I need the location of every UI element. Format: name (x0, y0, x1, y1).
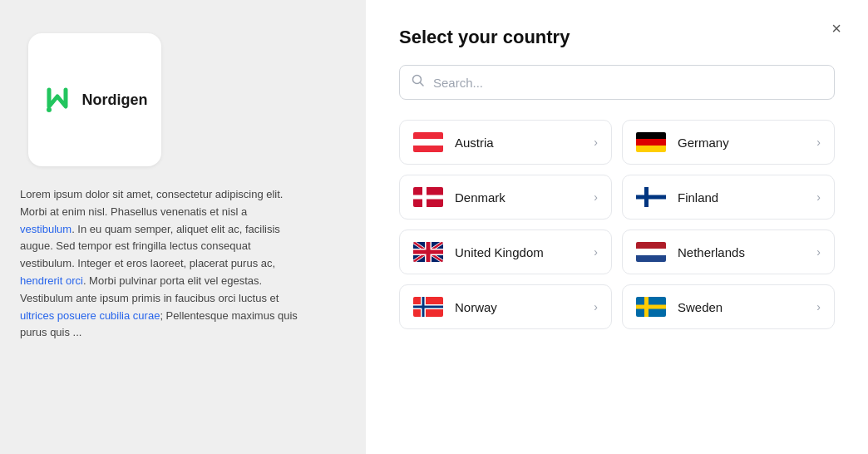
svg-rect-8 (636, 146, 666, 152)
chevron-right-icon: › (594, 245, 598, 259)
chevron-right-icon: › (816, 300, 821, 313)
svg-rect-24 (636, 242, 666, 249)
svg-rect-3 (413, 132, 443, 139)
country-item-norway[interactable]: Norway › (399, 284, 612, 329)
svg-rect-31 (413, 306, 443, 308)
close-button[interactable]: × (825, 17, 848, 40)
svg-point-0 (47, 107, 52, 112)
search-icon (412, 74, 425, 91)
country-name-sweden: Sweden (678, 300, 805, 314)
svg-line-2 (421, 83, 424, 86)
lorem-link-1[interactable]: vestibulum (20, 223, 72, 235)
country-name-netherlands: Netherlands (678, 245, 805, 259)
svg-rect-6 (636, 132, 666, 139)
panel-title: Select your country (399, 27, 835, 48)
svg-rect-14 (636, 195, 666, 200)
country-name-finland: Finland (678, 190, 805, 205)
search-box (399, 65, 835, 100)
svg-rect-4 (413, 139, 443, 146)
chevron-right-icon: › (816, 136, 821, 149)
country-name-denmark: Denmark (455, 190, 582, 205)
flag-denmark (413, 187, 443, 207)
logo-card: Nordigen (28, 33, 161, 166)
chevron-right-icon: › (594, 136, 598, 149)
country-item-germany[interactable]: Germany › (622, 120, 835, 165)
flag-united-kingdom (413, 242, 443, 262)
svg-rect-26 (636, 255, 666, 262)
svg-rect-34 (636, 305, 666, 309)
flag-austria (413, 132, 443, 152)
flag-finland (636, 187, 666, 207)
chevron-right-icon: › (594, 190, 598, 204)
flag-netherlands (636, 242, 666, 262)
search-input[interactable] (433, 76, 822, 90)
country-item-sweden[interactable]: Sweden › (622, 284, 835, 329)
country-item-united-kingdom[interactable]: United Kingdom › (399, 229, 612, 274)
right-panel: × Select your country Austria › Germany … (366, 0, 868, 454)
svg-rect-25 (636, 249, 666, 255)
svg-rect-5 (413, 146, 443, 152)
country-item-netherlands[interactable]: Netherlands › (622, 229, 835, 274)
left-panel: Nordigen Lorem ipsum dolor sit amet, con… (0, 0, 366, 454)
country-name-united-kingdom: United Kingdom (455, 245, 582, 259)
lorem-link-3[interactable]: ultrices posuere cubilia curae (20, 309, 160, 322)
country-name-norway: Norway (455, 300, 582, 314)
svg-rect-7 (636, 139, 666, 146)
country-item-austria[interactable]: Austria › (399, 120, 612, 165)
country-name-germany: Germany (678, 136, 805, 150)
chevron-right-icon: › (816, 245, 821, 259)
lorem-link-2[interactable]: hendrerit orci (20, 274, 83, 287)
flag-norway (413, 297, 443, 317)
svg-rect-23 (413, 250, 443, 254)
flag-sweden (636, 297, 666, 317)
lorem-paragraph: Lorem ipsum dolor sit amet, consectetur … (20, 186, 303, 342)
country-item-denmark[interactable]: Denmark › (399, 175, 612, 220)
flag-germany (636, 132, 666, 152)
country-name-austria: Austria (455, 136, 582, 150)
nordigen-logo-icon (42, 83, 76, 116)
svg-rect-11 (413, 195, 443, 200)
chevron-right-icon: › (594, 300, 598, 313)
countries-grid: Austria › Germany › Denmark › Finland › … (399, 120, 835, 329)
country-item-finland[interactable]: Finland › (622, 175, 835, 220)
logo-text: Nordigen (82, 91, 148, 109)
chevron-right-icon: › (816, 190, 821, 204)
